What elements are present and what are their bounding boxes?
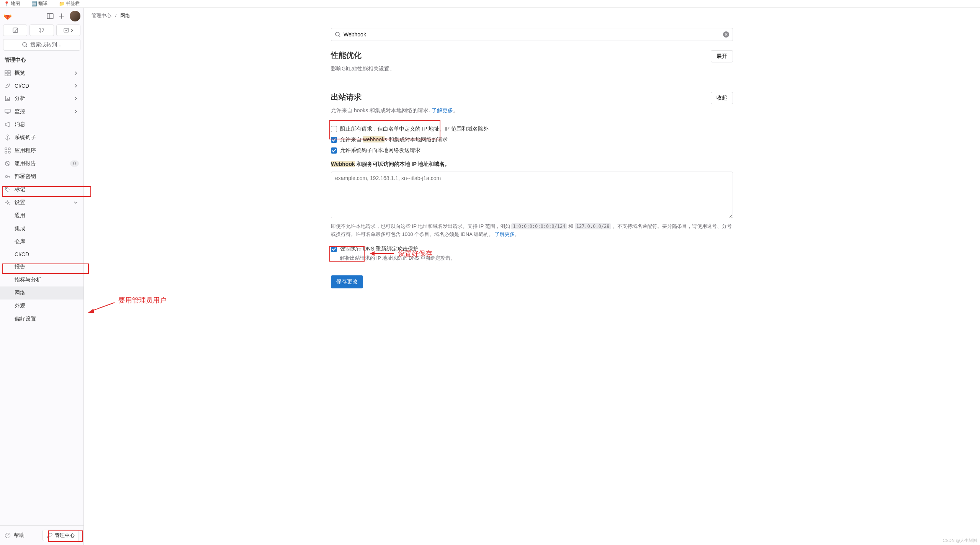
sub-cicd[interactable]: CI/CD xyxy=(0,248,83,260)
nav-cicd[interactable]: CI/CD xyxy=(0,80,83,92)
nav-labels[interactable]: 标记 xyxy=(0,183,83,196)
checkbox-label: 允许系统钩子向本地网络发送请求 xyxy=(340,147,420,154)
mr-shortcut[interactable] xyxy=(29,25,54,36)
svg-point-14 xyxy=(7,135,8,136)
nav-deploy-keys[interactable]: 部署密钥 xyxy=(0,170,83,183)
todo-shortcut[interactable]: 2 xyxy=(56,25,80,36)
panel-icon[interactable] xyxy=(47,13,54,20)
settings-search xyxy=(331,28,733,41)
option-allow-webhooks: 允许来自 webhooks 和集成对本地网络的请求 xyxy=(331,136,733,143)
svg-point-12 xyxy=(8,85,8,86)
abuse-badge: 0 xyxy=(70,160,79,167)
nav-apps[interactable]: 应用程序 xyxy=(0,144,83,157)
search-placeholder: 搜索或转到... xyxy=(30,41,62,48)
gear-icon xyxy=(5,200,11,206)
section-desc: 影响GitLab性能相关设置。 xyxy=(331,65,733,72)
gitlab-logo[interactable] xyxy=(3,11,12,21)
sub-repo[interactable]: 仓库 xyxy=(0,235,83,248)
chevron-right-icon xyxy=(73,70,79,76)
bookmark-translate[interactable]: 🔤翻译 xyxy=(31,0,47,7)
watermark: CSDN @人生刻例 xyxy=(943,538,977,543)
sub-reports[interactable]: 报告 xyxy=(0,260,83,273)
svg-point-3 xyxy=(39,28,41,29)
svg-rect-18 xyxy=(8,151,10,153)
learn-more-link[interactable]: 了解更多 xyxy=(495,231,515,237)
sub-metrics[interactable]: 指标与分析 xyxy=(0,273,83,286)
nav-abuse[interactable]: 滥用报告0 xyxy=(0,157,83,170)
expand-button[interactable]: 展开 xyxy=(711,50,733,62)
sidebar-top xyxy=(0,8,83,25)
section-title: 出站请求 xyxy=(331,92,362,102)
field-label: Webhook 和服务可以访问的本地 IP 地址和域名。 xyxy=(331,161,733,168)
tag-icon xyxy=(5,187,11,193)
nav-overview[interactable]: 概览 xyxy=(0,67,83,80)
sidebar-bottom: 帮助 管理中心 xyxy=(0,525,83,545)
svg-point-22 xyxy=(7,202,9,204)
issues-shortcut[interactable] xyxy=(3,25,27,36)
avatar[interactable] xyxy=(70,11,80,21)
section-desc: 允许来自 hooks 和集成对本地网络的请求. 了解更多。 xyxy=(331,107,733,114)
sub-general[interactable]: 通用 xyxy=(0,209,83,222)
sub-appearance[interactable]: 外观 xyxy=(0,300,83,313)
svg-point-24 xyxy=(335,32,339,36)
nav-analytics[interactable]: 分析 xyxy=(0,92,83,105)
wrench-icon xyxy=(47,532,53,538)
checkbox-label: 允许来自 webhooks 和集成对本地网络的请求 xyxy=(340,136,448,143)
main-content: 管理中心 / 网络 性能优化 展开 影响GitLab性能相关设置。 出站请求 收… xyxy=(84,8,980,545)
rocket-icon xyxy=(5,83,11,89)
svg-point-20 xyxy=(5,175,8,178)
breadcrumb-admin[interactable]: 管理中心 xyxy=(92,13,111,18)
breadcrumb-current: 网络 xyxy=(120,13,130,18)
admin-center-button[interactable]: 管理中心 xyxy=(43,530,79,541)
allowlist-textarea[interactable] xyxy=(331,172,733,218)
sub-integrations[interactable]: 集成 xyxy=(0,222,83,235)
svg-rect-16 xyxy=(8,148,10,150)
learn-more-link[interactable]: 了解更多 xyxy=(432,107,453,113)
sidebar: 2 搜索或转到... 管理中心 概览 CI/CD 分析 监控 消息 系统钩子 应… xyxy=(0,8,84,545)
collapse-button[interactable]: 收起 xyxy=(711,92,733,104)
issue-icon xyxy=(12,27,18,33)
chevron-right-icon xyxy=(73,95,79,101)
search-box[interactable]: 搜索或转到... xyxy=(3,39,80,51)
clear-icon[interactable] xyxy=(723,31,729,38)
svg-point-21 xyxy=(6,188,7,189)
nav-messages[interactable]: 消息 xyxy=(0,118,83,131)
option-block-all: 阻止所有请求，但白名单中定义的 IP 地址、IP 范围和域名除外 xyxy=(331,126,733,133)
save-button[interactable]: 保存更改 xyxy=(331,275,363,288)
checkbox-label: 阻止所有请求，但白名单中定义的 IP 地址、IP 范围和域名除外 xyxy=(340,126,489,133)
checkbox[interactable] xyxy=(331,147,337,154)
sub-preferences[interactable]: 偏好设置 xyxy=(0,313,83,326)
bookmark-folder[interactable]: 📁书签栏 xyxy=(59,0,80,7)
sub-network[interactable]: 网络 xyxy=(0,286,83,300)
section-outbound: 出站请求 收起 xyxy=(331,92,733,104)
breadcrumb: 管理中心 / 网络 xyxy=(84,8,980,24)
checkbox[interactable] xyxy=(331,246,337,252)
checkbox-label: 强制执行 DNS 重新绑定攻击保护 xyxy=(340,245,419,252)
nav-settings[interactable]: 设置 xyxy=(0,196,83,209)
nav-hooks[interactable]: 系统钩子 xyxy=(0,131,83,144)
svg-rect-11 xyxy=(8,74,10,76)
help-link[interactable]: 帮助 xyxy=(5,532,25,539)
help-icon xyxy=(5,532,11,538)
nav-monitoring[interactable]: 监控 xyxy=(0,105,83,118)
checkbox[interactable] xyxy=(331,137,337,143)
divider xyxy=(331,84,733,84)
option-allow-system-hooks: 允许系统钩子向本地网络发送请求 xyxy=(331,147,733,154)
bookmark-map[interactable]: 📍地图 xyxy=(4,0,20,7)
key-icon xyxy=(5,173,11,180)
plus-icon[interactable] xyxy=(58,13,65,20)
option-dns-rebinding: 强制执行 DNS 重新绑定攻击保护 xyxy=(331,245,733,252)
megaphone-icon xyxy=(5,121,11,128)
settings-search-input[interactable] xyxy=(331,28,733,41)
merge-icon xyxy=(39,27,45,33)
anchor-icon xyxy=(5,134,11,141)
svg-rect-0 xyxy=(47,13,53,19)
svg-line-27 xyxy=(90,303,115,311)
checkbox[interactable] xyxy=(331,126,337,132)
svg-point-5 xyxy=(43,28,44,29)
search-icon xyxy=(335,31,341,38)
abuse-icon xyxy=(5,160,11,167)
apps-icon xyxy=(5,147,11,154)
chevron-right-icon xyxy=(73,83,79,89)
section-performance: 性能优化 展开 xyxy=(331,50,733,62)
